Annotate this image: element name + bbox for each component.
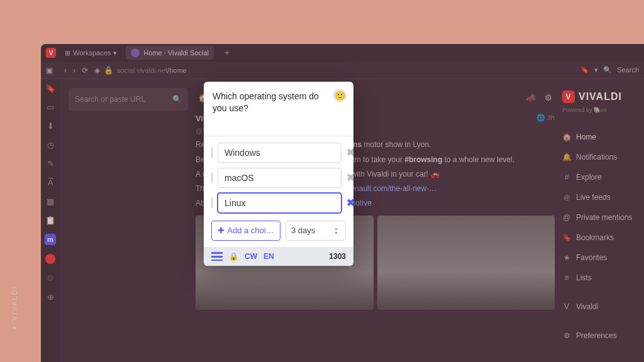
announce-icon[interactable]: 📣 [526,93,536,102]
window-panel-icon[interactable]: ▦ [45,196,55,206]
back-button[interactable]: ‹ [64,66,67,75]
address-bar[interactable]: ◈ 🔒 social.vivaldi.net/home [94,66,574,75]
compose-search[interactable]: Search or paste URL 🔍 [69,88,188,111]
nav-preferences[interactable]: ⚙Preferences [562,326,641,346]
poll-option-row: ✖ [211,168,346,188]
nav-private-mentions[interactable]: @Private mentions [562,207,641,228]
forward-button[interactable]: › [73,66,75,75]
search-icon[interactable]: 🔍 [603,66,612,74]
bookmarks-panel-icon[interactable]: 🔖 [45,83,55,93]
poll-composer: Which operating system do you use? 🙂 ✖ ✖… [204,82,353,266]
vivaldi-logo-icon[interactable]: V [46,48,56,58]
remove-option-button[interactable]: ✖ [347,197,353,209]
post-timestamp: 🌐 3h [536,112,555,124]
list-icon: ≡ [562,273,571,282]
bell-icon: 🔔 [562,153,571,162]
nav-home[interactable]: 🏠Home [562,127,641,147]
panel-toggle-icon[interactable]: ▣ [46,66,53,75]
settings-icon[interactable]: ⚙ [545,93,552,102]
visibility-button[interactable]: 🔒 [229,252,238,261]
history-panel-icon[interactable]: ◷ [45,140,55,150]
poll-option-checkbox[interactable] [211,147,213,158]
poll-option-row: ✖ [211,143,346,163]
nav-live-feeds[interactable]: ◎Live feeds [562,187,641,207]
shield-icon: ◈ [94,66,100,75]
clipboard-panel-icon[interactable]: 📋 [45,215,55,225]
hash-icon: # [562,173,571,182]
star-icon: ★ [562,253,571,262]
bookmark-icon[interactable]: 🔖 [580,66,589,74]
feed-icon: ◎ [562,193,571,202]
hashtag[interactable]: #browsing [404,155,442,164]
compose-search-placeholder: Search or paste URL [75,95,145,104]
poll-option-input[interactable] [218,168,341,188]
nav-bookmarks[interactable]: 🔖Bookmarks [562,228,641,248]
titlebar: V ⊞ Workspaces ▾ Home · Vivaldi Social ＋ [41,44,644,62]
post-image[interactable] [377,216,555,310]
nav-favorites[interactable]: ★Favorites [562,248,641,268]
content-warning-button[interactable]: CW [245,252,257,261]
gear-icon: ⚙ [562,331,571,340]
add-panel-icon[interactable]: ⊕ [45,292,55,302]
poll-duration-select[interactable]: 3 days ▲▼ [286,221,346,241]
stepper-up-icon[interactable]: ▲ [334,226,343,231]
settings-icon[interactable]: ⚙ [45,273,55,283]
lock-icon: 🔒 [104,66,113,75]
powered-by: Powered by 🐘os [562,107,641,113]
grid-icon: ⊞ [65,49,70,57]
poll-option-input[interactable] [218,143,341,163]
home-icon: 🏠 [562,133,571,141]
emoji-picker-button[interactable]: 🙂 [333,89,347,102]
search-placeholder: Search [617,66,639,74]
notes-panel-icon[interactable]: ✎ [45,158,55,168]
reload-button[interactable]: ⟳ [82,66,88,75]
url-path: /home [167,67,187,74]
nav-lists[interactable]: ≡Lists [562,268,641,288]
watermark: ✦ VIVALDI [11,286,19,331]
at-icon: @ [562,213,571,222]
remove-option-button[interactable]: ✖ [347,172,353,184]
reading-list-panel-icon[interactable]: ▭ [45,102,55,112]
downloads-panel-icon[interactable]: ⬇ [45,121,55,131]
brand-label: VIVALDI [579,91,622,102]
panel-bar: 🔖 ▭ ⬇ ◷ ✎ A̅ ▦ 📋 m ⚙ ⊕ [41,79,60,362]
poll-option-row: ✖ [211,193,346,213]
mastodon-panel-icon[interactable]: m [45,234,56,245]
search-icon: 🔍 [172,95,182,104]
add-choice-button[interactable]: ✚ Add a choi… [211,221,280,241]
vivaldi-logo-icon: V [562,90,575,103]
remove-option-button[interactable]: ✖ [347,146,353,158]
poll-option-input[interactable] [218,193,341,213]
nav-vivaldi[interactable]: VVivaldi [562,297,641,317]
chevron-down-icon: ▾ [113,49,117,57]
workspaces-dropdown[interactable]: ⊞ Workspaces ▾ [61,47,121,59]
tab-active[interactable]: Home · Vivaldi Social [126,46,214,60]
new-tab-button[interactable]: ＋ [219,47,235,58]
vivaldi-icon: V [562,302,571,311]
brand: V VIVALDI [562,88,641,106]
language-button[interactable]: EN [264,252,274,261]
poll-question[interactable]: Which operating system do you use? [213,90,345,114]
url-host: social.vivaldi.net [117,67,167,74]
poll-icon[interactable] [211,252,223,261]
toolbar: ▣ ‹ › ⟳ ◈ 🔒 social.vivaldi.net/home 🔖 ▾ … [41,62,644,79]
tab-favicon-icon [131,48,140,57]
nav-notifications[interactable]: 🔔Notifications [562,147,641,167]
vivaldi-panel-icon[interactable] [45,254,55,264]
translate-panel-icon[interactable]: A̅ [45,177,55,187]
poll-option-checkbox[interactable] [211,172,213,184]
chevron-down-icon[interactable]: ▾ [594,66,598,74]
tab-title: Home · Vivaldi Social [143,49,209,57]
nav-explore[interactable]: #Explore [562,167,641,187]
bookmark-icon: 🔖 [562,233,571,242]
char-counter: 1303 [329,252,346,261]
poll-option-checkbox[interactable] [211,197,213,209]
workspaces-label: Workspaces [73,49,111,57]
stepper-down-icon[interactable]: ▼ [334,231,343,235]
